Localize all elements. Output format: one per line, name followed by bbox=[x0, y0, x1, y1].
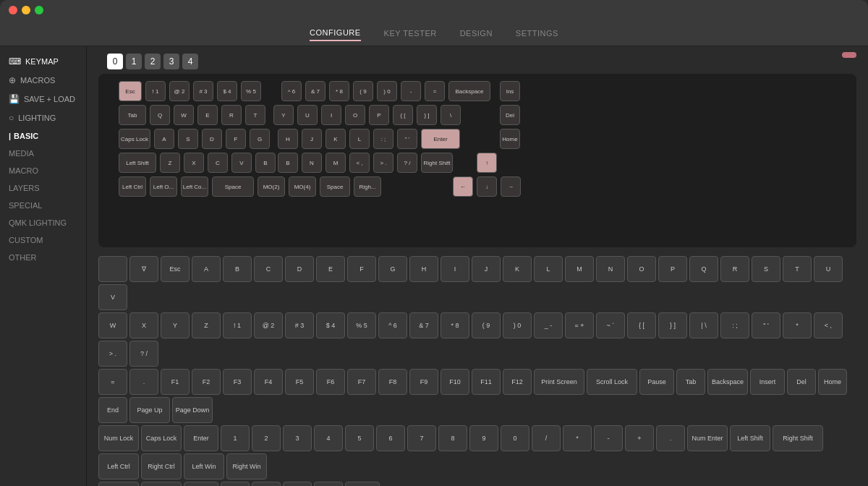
kbd-key[interactable]: U bbox=[297, 105, 318, 125]
section-media[interactable]: MEDIA bbox=[0, 145, 86, 162]
kbd-key[interactable]: → bbox=[501, 176, 521, 197]
kbd-key[interactable]: > . bbox=[373, 153, 393, 173]
grid-key[interactable]: Page Up bbox=[129, 397, 170, 423]
grid-key[interactable]: Num Lock bbox=[98, 425, 139, 451]
grid-key[interactable]: Menu bbox=[221, 482, 250, 486]
grid-key[interactable]: K bbox=[503, 256, 532, 282]
nav-item-design[interactable]: DESIGN bbox=[460, 26, 493, 40]
kbd-key[interactable]: { [ bbox=[393, 105, 413, 125]
grid-key[interactable]: % 5 bbox=[347, 312, 376, 338]
sidebar-item-lighting[interactable]: ○LIGHTING bbox=[0, 108, 86, 127]
kbd-key[interactable]: I bbox=[321, 105, 341, 125]
grid-key[interactable]: Left Alt bbox=[98, 482, 139, 486]
close-button[interactable] bbox=[9, 6, 17, 14]
grid-key[interactable]: F2 bbox=[192, 369, 221, 395]
grid-key[interactable]: Tab bbox=[676, 369, 705, 395]
grid-key[interactable]: F9 bbox=[409, 369, 438, 395]
nav-item-configure[interactable]: CONFIGURE bbox=[310, 25, 361, 41]
grid-key[interactable]: = + bbox=[565, 312, 594, 338]
kbd-key[interactable]: MO(2) bbox=[258, 176, 285, 197]
kbd-key[interactable]: = bbox=[425, 81, 445, 101]
kbd-key[interactable]: Backspace bbox=[448, 81, 490, 101]
grid-key[interactable]: Up bbox=[314, 482, 343, 486]
kbd-key[interactable]: Righ... bbox=[354, 176, 381, 197]
grid-key[interactable]: Caps Lock bbox=[141, 425, 182, 451]
grid-key[interactable]: ∇ bbox=[129, 256, 158, 282]
grid-key[interactable]: B bbox=[223, 256, 252, 282]
grid-key[interactable]: # 3 bbox=[285, 312, 314, 338]
kbd-key[interactable]: % 5 bbox=[241, 81, 261, 101]
grid-key[interactable]: Right bbox=[345, 482, 380, 486]
kbd-key[interactable]: # 3 bbox=[193, 81, 213, 101]
grid-key[interactable]: ( 9 bbox=[472, 312, 501, 338]
grid-key[interactable]: E bbox=[316, 256, 345, 282]
kbd-key[interactable]: Z bbox=[160, 153, 180, 173]
grid-key[interactable]: J bbox=[472, 256, 501, 282]
grid-key[interactable]: F1 bbox=[161, 369, 190, 395]
grid-key[interactable]: Print Screen bbox=[534, 369, 584, 395]
grid-key[interactable]: Home bbox=[818, 369, 847, 395]
grid-key[interactable]: O bbox=[627, 256, 656, 282]
grid-key[interactable]: : ; bbox=[720, 312, 749, 338]
kbd-key[interactable]: E bbox=[197, 105, 218, 125]
layer-num-0[interactable]: 0 bbox=[107, 54, 123, 69]
kbd-key[interactable]: P bbox=[369, 105, 389, 125]
grid-key[interactable]: Scroll Lock bbox=[587, 369, 637, 395]
kbd-key[interactable]: MO(4) bbox=[289, 176, 316, 197]
grid-key[interactable]: Right Alt bbox=[141, 482, 182, 486]
kbd-key[interactable]: Y bbox=[273, 105, 294, 125]
keychron-badge[interactable] bbox=[842, 52, 856, 58]
grid-key[interactable]: Right Ctrl bbox=[141, 453, 182, 479]
grid-key[interactable]: Left Win bbox=[184, 453, 224, 479]
kbd-key[interactable]: Esc bbox=[119, 81, 142, 101]
kbd-key[interactable]: Q bbox=[150, 105, 170, 125]
grid-key[interactable]: F6 bbox=[316, 369, 345, 395]
layer-num-2[interactable]: 2 bbox=[145, 54, 161, 69]
grid-key[interactable]: { [ bbox=[627, 312, 656, 338]
kbd-key[interactable]: N bbox=[302, 153, 322, 173]
grid-key[interactable]: U bbox=[814, 256, 843, 282]
kbd-key[interactable]: V bbox=[231, 153, 252, 173]
grid-key[interactable]: Esc bbox=[161, 256, 190, 282]
grid-key[interactable]: W bbox=[98, 312, 127, 338]
grid-key[interactable]: $ 4 bbox=[316, 312, 345, 338]
grid-key[interactable]: 6 bbox=[376, 425, 405, 451]
kbd-key[interactable]: : ; bbox=[373, 129, 393, 149]
kbd-key[interactable]: G bbox=[250, 129, 270, 149]
kbd-key[interactable]: Left Co... bbox=[181, 176, 208, 197]
kbd-key[interactable]: ↓ bbox=[477, 176, 497, 197]
grid-key[interactable]: F3 bbox=[223, 369, 252, 395]
grid-key[interactable]: F11 bbox=[472, 369, 501, 395]
grid-key[interactable]: = bbox=[98, 369, 127, 395]
grid-key[interactable]: Left Shift bbox=[730, 425, 770, 451]
grid-key[interactable]: 3 bbox=[283, 425, 312, 451]
grid-key[interactable]: G bbox=[378, 256, 407, 282]
grid-key[interactable]: Pause bbox=[639, 369, 674, 395]
grid-key[interactable]: F bbox=[347, 256, 376, 282]
kbd-key[interactable]: - bbox=[401, 81, 421, 101]
grid-key[interactable]: 7 bbox=[407, 425, 436, 451]
kbd-key[interactable]: ↑ bbox=[477, 153, 497, 173]
grid-key[interactable]: 4 bbox=[314, 425, 343, 451]
kbd-key[interactable]: B bbox=[278, 153, 298, 173]
kbd-key[interactable]: T bbox=[245, 105, 265, 125]
kbd-key[interactable]: Caps Lock bbox=[119, 129, 150, 149]
kbd-key[interactable]: Ins bbox=[500, 81, 520, 101]
grid-key[interactable]: Q bbox=[689, 256, 718, 282]
grid-key[interactable]: Z bbox=[192, 312, 221, 338]
grid-key[interactable]: F4 bbox=[254, 369, 283, 395]
grid-key[interactable]: + bbox=[625, 425, 654, 451]
grid-key[interactable]: @ 2 bbox=[254, 312, 283, 338]
grid-key[interactable]: R bbox=[720, 256, 749, 282]
grid-key[interactable]: Insert bbox=[750, 369, 785, 395]
grid-key[interactable]: I bbox=[441, 256, 469, 282]
grid-key[interactable]: D bbox=[285, 256, 314, 282]
grid-key[interactable]: M bbox=[565, 256, 594, 282]
grid-key[interactable]: C bbox=[254, 256, 283, 282]
kbd-key[interactable]: @ 2 bbox=[169, 81, 190, 101]
grid-key[interactable]: V bbox=[98, 284, 127, 310]
kbd-key[interactable]: O bbox=[345, 105, 365, 125]
kbd-key[interactable]: ) 0 bbox=[377, 81, 397, 101]
kbd-key[interactable]: C bbox=[208, 153, 228, 173]
kbd-key[interactable]: H bbox=[278, 129, 298, 149]
